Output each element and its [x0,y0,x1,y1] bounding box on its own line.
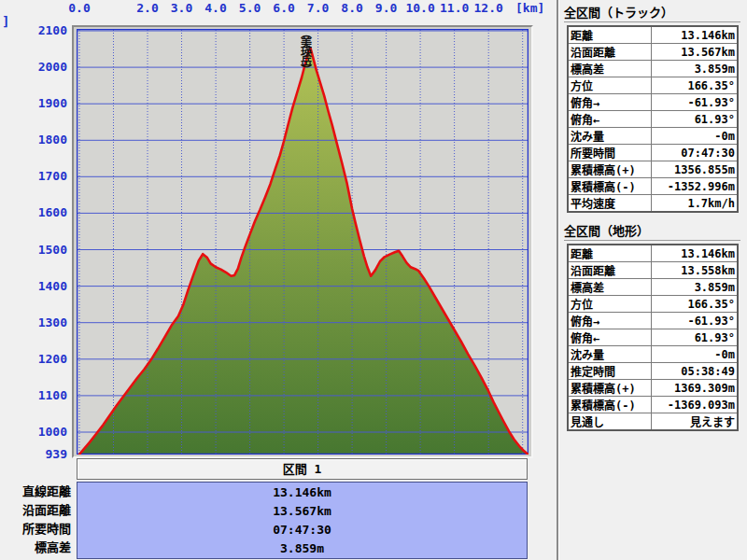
stat-value: -61.93° [651,313,738,329]
stat-label: 平均速度 [568,195,651,213]
stat-label: 沈み量 [568,346,651,363]
stat-value: 13.146km [651,26,738,44]
stat-value: 13.567km [651,44,738,61]
y-axis-tick-label: 1500 [19,243,67,257]
stat-row: 沈み量-0m [568,346,738,363]
stat-row: 沿面距離13.558km [568,262,738,279]
stat-row: 累積標高(+)1369.309m [568,380,738,397]
stat-label: 俯角→ [568,313,651,329]
stats-section-title: 全区間（地形） [564,219,740,241]
x-axis-tick-label: 3.0 [163,1,201,15]
x-axis-tick-label: 7.0 [300,1,337,15]
stat-value: 1356.855m [651,161,738,178]
y-axis-tick-label: 1000 [19,425,67,439]
stat-label: 累積標高(+) [568,161,651,178]
x-axis-tick-label: 11.0 [436,1,473,15]
stat-label: 見通し [568,413,651,431]
stat-label: 推定時間 [568,363,651,380]
stats-section: 全区間（トラック）距離13.146km沿面距離13.567km標高差3.859m… [564,1,740,213]
elevation-profile-window: { "chart_data": { "type": "area", "x_uni… [0,0,747,560]
stat-row: 距離13.146km [568,245,738,262]
stat-row: 累積標高(-)-1352.996m [568,178,738,195]
stats-table: 距離13.146km沿面距離13.558km標高差3.859m方位166.35°… [567,244,739,431]
stat-row: 沿面距離13.567km [568,44,738,61]
stats-panel: 全区間（トラック）距離13.146km沿面距離13.567km標高差3.859m… [559,0,747,560]
summary-row-value: 13.146km [78,483,527,502]
stat-row: 平均速度1.7km/h [568,195,738,213]
stat-value: -61.93° [651,94,738,111]
stat-row: 見通し見えます [568,413,738,431]
stat-value: 61.93° [651,329,738,346]
summary-row-value: 07:47:30 [78,521,527,539]
summary-row-label: 直線距離 [0,483,71,501]
stat-value: 3.859m [651,279,738,296]
y-axis-tick-label: 939 [19,447,67,461]
stat-row: 標高差3.859m [568,279,738,296]
stat-value: 見えます [651,413,738,431]
y-axis-tick-label: 1700 [19,169,67,183]
x-axis-tick-label: 0.0 [61,1,98,15]
summary-row-label: 標高差 [0,539,71,557]
y-axis-tick-label: 2000 [19,60,67,74]
x-axis-tick-label: 8.0 [333,1,371,15]
stat-row: 俯角←61.93° [568,111,738,128]
stat-value: 166.35° [651,296,738,313]
stat-value: 07:47:30 [651,145,738,161]
y-axis-tick-label: 1400 [19,279,67,293]
summary-row-labels: 直線距離沿面距離所要時間標高差 [0,483,71,557]
stat-label: 所要時間 [568,145,651,161]
stat-value: 61.93° [651,111,738,128]
stat-row: 俯角→-61.93° [568,313,738,329]
stat-value: 3.859m [651,61,738,77]
stat-label: 沿面距離 [568,262,651,279]
x-axis-tick-label: 10.0 [402,1,439,15]
stat-label: 距離 [568,245,651,262]
y-axis-tick-label: 1200 [19,352,67,366]
stat-label: 距離 [568,26,651,44]
stat-label: 累積標高(+) [568,380,651,397]
y-axis-tick-label: 1800 [19,133,67,147]
stat-value: -1369.093m [651,397,738,413]
stat-value: 166.35° [651,77,738,94]
stat-row: 俯角→-61.93° [568,94,738,111]
stat-row: 累積標高(+)1356.855m [568,161,738,178]
y-axis-tick-label: 1900 [19,96,67,110]
summary-row-value: 13.567km [78,502,527,521]
x-axis-tick-label: 6.0 [265,1,303,15]
stat-value: 1.7km/h [651,195,738,213]
y-axis-tick-label: 1100 [19,388,67,402]
stats-section-title: 全区間（トラック） [564,1,740,22]
stat-row: 累積標高(-)-1369.093m [568,397,738,413]
y-axis-tick-label: 2100 [19,23,67,37]
summary-row-label: 所要時間 [0,520,71,539]
section-header-bar: 区間 1 [77,458,528,480]
stat-row: 方位166.35° [568,296,738,313]
stat-row: 距離13.146km [568,26,738,44]
stat-label: 方位 [568,77,651,94]
stat-label: 標高差 [568,61,651,77]
stat-row: 俯角←61.93° [568,329,738,346]
stats-section: 全区間（地形）距離13.146km沿面距離13.558km標高差3.859m方位… [564,219,740,431]
y-axis-tick-label: 1600 [19,205,67,219]
stat-value: 05:38:49 [651,363,738,380]
stat-row: 推定時間05:38:49 [568,363,738,380]
stat-value: 1369.309m [651,380,738,397]
x-axis-tick-label: 9.0 [368,1,405,15]
section-values-box: 13.146km13.567km07:47:303.859m [77,482,528,559]
stat-label: 俯角← [568,111,651,128]
chart-plot-area[interactable] [77,29,529,455]
stat-row: 沈み量-0m [568,128,738,145]
stats-table: 距離13.146km沿面距離13.567km標高差3.859m方位166.35°… [567,25,739,213]
x-axis-tick-label: 5.0 [232,1,269,15]
y-axis-unit-fragment: ] [2,14,9,29]
stat-value: 13.558km [651,262,738,279]
x-axis-unit-label: [km] [515,1,544,15]
stat-row: 標高差3.859m [568,61,738,77]
peak-annotation: （美瑛岳） [299,27,311,74]
x-axis-tick-label: 2.0 [129,1,166,15]
stat-label: 俯角← [568,329,651,346]
summary-row-value: 3.859m [78,539,527,558]
stat-label: 沈み量 [568,128,651,145]
stat-label: 標高差 [568,279,651,296]
summary-row-label: 沿面距離 [0,501,71,520]
